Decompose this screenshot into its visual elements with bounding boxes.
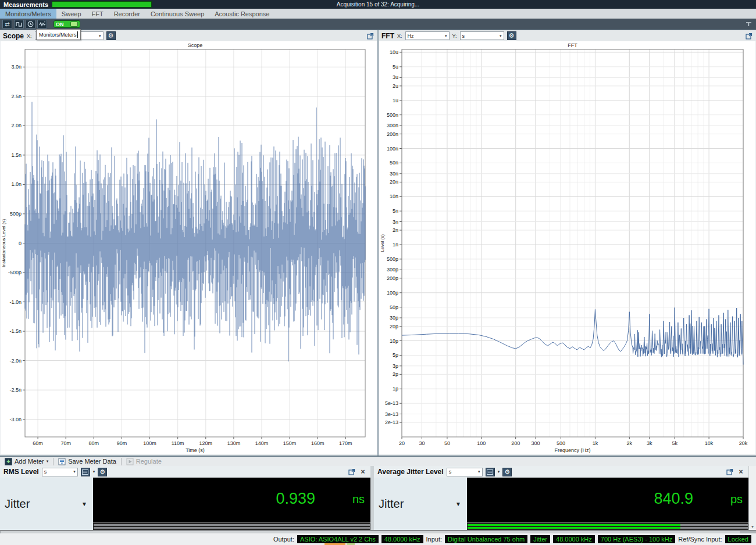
rms-meter-body: Jitter ▼ 0.939 ns (0, 478, 370, 530)
monitors-on-toggle[interactable]: ON (54, 20, 80, 28)
jitter-channel-selector[interactable]: Jitter ▼ (374, 478, 467, 530)
svg-text:100m: 100m (143, 440, 156, 446)
svg-text:-2.0n: -2.0n (9, 358, 22, 364)
scope-x-combo-tooltip: Monitors/Meters (36, 29, 81, 40)
svg-text:Frequency (Hz): Frequency (Hz) (554, 447, 590, 453)
rms-settings-gear-icon[interactable]: ⚙ (98, 468, 107, 476)
svg-text:2.5n: 2.5n (11, 94, 22, 99)
add-meter-button[interactable]: + Add Meter ▾ (2, 457, 51, 466)
measurement-tab-bar: Monitors/Meters Sweep FFT Recorder Conti… (0, 9, 756, 19)
close-icon[interactable]: × (737, 468, 745, 476)
svg-text:1.5n: 1.5n (11, 152, 22, 158)
meter-style-icon[interactable] (81, 468, 90, 476)
svg-text:500n: 500n (387, 112, 398, 118)
svg-text:50p: 50p (390, 304, 398, 310)
svg-text:1k: 1k (593, 440, 598, 446)
chevron-down-icon: ▾ (73, 469, 76, 474)
svg-text:3.0n: 3.0n (11, 64, 22, 70)
fft-panel-title: FFT (381, 32, 394, 40)
chevron-down-icon[interactable]: ▾ (93, 469, 95, 474)
chevron-down-icon: ▼ (455, 501, 461, 507)
jitter-value-display: 840.9 ps (467, 478, 748, 522)
meter-style-icon[interactable] (486, 468, 495, 476)
scroll-down-arrow-icon[interactable]: ▾ (751, 524, 754, 529)
svg-text:200: 200 (511, 440, 520, 446)
svg-text:Level (s): Level (s) (380, 234, 385, 252)
jitter-settings-gear-icon[interactable]: ⚙ (502, 468, 512, 476)
fft-chart[interactable]: 2030501002003005001k2k3k5k10k20k10u5u3u2… (379, 41, 755, 454)
waveform-icon[interactable] (37, 20, 47, 28)
meter-title: RMS Level (3, 468, 39, 476)
rms-unit-combo[interactable]: s ▾ (42, 468, 78, 476)
chevron-down-icon: ▾ (500, 34, 502, 38)
svg-text:0: 0 (19, 241, 22, 246)
rms-unit: ns (352, 492, 365, 505)
svg-text:80m: 80m (89, 440, 99, 446)
regulate-button[interactable]: Regulate (124, 457, 164, 466)
tab-acoustic-response[interactable]: Acoustic Response (209, 9, 274, 19)
svg-text:3e-13: 3e-13 (385, 411, 398, 417)
tab-monitors-meters[interactable]: Monitors/Meters (0, 9, 56, 19)
meters-vertical-scrollbar[interactable]: ▾ (748, 466, 756, 530)
output-rate-badge: 48.0000 kHz (381, 535, 423, 543)
input-label: Input: (426, 536, 443, 543)
tab-recorder[interactable]: Recorder (109, 9, 145, 19)
fft-x-combo[interactable]: Hz ▾ (405, 31, 450, 40)
clock-icon[interactable] (26, 20, 35, 28)
scope-panel: Scope X: ▾ Monitors/Meters ⚙ 60m70m80m90… (0, 30, 377, 456)
scope-settings-gear-icon[interactable]: ⚙ (106, 31, 116, 40)
square-wave-icon[interactable] (14, 20, 24, 28)
tab-fft[interactable]: FFT (87, 9, 109, 19)
svg-text:-2.5n: -2.5n (9, 387, 22, 393)
fft-settings-gear-icon[interactable]: ⚙ (507, 31, 516, 40)
tab-sweep[interactable]: Sweep (56, 9, 87, 19)
input-connector-badge: Digital Unbalanced 75 ohm (445, 535, 527, 543)
svg-text:1.0n: 1.0n (11, 181, 22, 187)
output-device-badge: ASIO: ASIO4ALL v2 2 Chs (297, 535, 379, 543)
rms-channel-selector[interactable]: Jitter ▼ (0, 478, 93, 530)
svg-text:200n: 200n (387, 131, 398, 137)
svg-text:-1.0n: -1.0n (9, 299, 22, 305)
chevron-down-icon[interactable]: ▾ (498, 469, 500, 474)
input-rate-badge: 48.0000 kHz (553, 535, 595, 543)
rms-value: 0.939 (276, 490, 315, 508)
close-icon[interactable]: × (359, 468, 367, 476)
jitter-popout-icon[interactable] (726, 468, 734, 476)
svg-text:100n: 100n (387, 146, 398, 152)
svg-text:60m: 60m (33, 440, 43, 446)
jitter-unit-combo[interactable]: s ▾ (447, 468, 483, 476)
scope-popout-icon[interactable] (366, 32, 375, 40)
jitter-meter-body: Jitter ▼ 840.9 ps (374, 478, 748, 530)
svg-text:-3.0n: -3.0n (9, 417, 22, 422)
svg-text:5e-13: 5e-13 (385, 400, 398, 406)
svg-text:30p: 30p (390, 315, 398, 321)
svg-text:110m: 110m (172, 440, 184, 446)
scope-chart[interactable]: 60m70m80m90m100m110m120m130m140m150m160m… (1, 41, 377, 454)
svg-text:2p: 2p (393, 371, 398, 377)
save-meter-data-button[interactable]: Save Meter Data (56, 457, 119, 466)
svg-text:20n: 20n (390, 179, 398, 185)
fft-panel: FFT X: Hz ▾ Y: s ▾ ⚙ 2030501002003005001… (379, 30, 756, 456)
fft-y-combo[interactable]: s ▾ (460, 31, 504, 40)
rms-popout-icon[interactable] (348, 468, 356, 476)
svg-text:150m: 150m (283, 440, 297, 446)
jitter-display-col: 840.9 ps (467, 478, 748, 530)
output-label: Output: (273, 536, 294, 543)
svg-text:3k: 3k (647, 440, 652, 446)
svg-text:300p: 300p (387, 267, 398, 272)
tab-continuous-sweep[interactable]: Continuous Sweep (145, 9, 209, 19)
average-jitter-meter: Average Jitter Level s ▾ ▾ ⚙ × Jitter ▼ (374, 466, 748, 530)
acquisition-progress-bar (52, 1, 152, 8)
on-toggle-knob (70, 21, 78, 27)
ref-sync-status-badge: Locked (725, 535, 751, 543)
chevron-down-icon: ▾ (99, 34, 101, 38)
monitor-toolbar: ⇄ ON (0, 19, 756, 30)
average-jitter-header: Average Jitter Level s ▾ ▾ ⚙ × (374, 466, 748, 478)
svg-text:140m: 140m (255, 440, 269, 446)
chevron-down-icon: ▾ (445, 34, 447, 38)
rms-bar-meter (93, 522, 370, 530)
io-swap-icon[interactable]: ⇄ (2, 20, 12, 28)
svg-text:170m: 170m (339, 440, 352, 446)
auto-hide-pin-icon[interactable] (745, 20, 753, 29)
fft-popout-icon[interactable] (745, 32, 753, 40)
